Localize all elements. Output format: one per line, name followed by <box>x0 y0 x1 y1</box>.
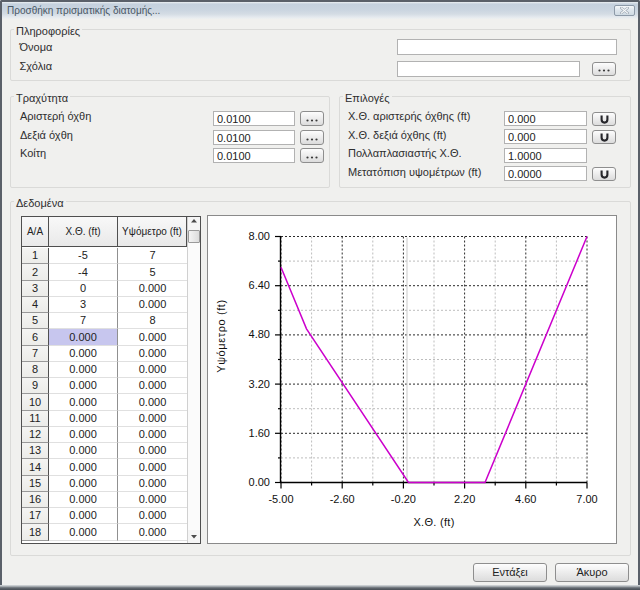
svg-text:3.20: 3.20 <box>249 378 270 390</box>
svg-text:7.00: 7.00 <box>576 493 597 505</box>
svg-text:-0.20: -0.20 <box>391 493 416 505</box>
svg-text:Υψόμετρο (ft): Υψόμετρο (ft) <box>215 299 227 373</box>
svg-text:-5.00: -5.00 <box>268 493 293 505</box>
svg-text:0.00: 0.00 <box>249 476 270 488</box>
svg-text:8.00: 8.00 <box>249 230 270 242</box>
svg-text:Χ.Θ. (ft): Χ.Θ. (ft) <box>413 516 454 528</box>
svg-text:2.20: 2.20 <box>454 493 475 505</box>
svg-text:-2.60: -2.60 <box>330 493 355 505</box>
svg-text:4.60: 4.60 <box>515 493 536 505</box>
svg-text:4.80: 4.80 <box>249 328 270 340</box>
svg-text:1.60: 1.60 <box>249 427 270 439</box>
svg-text:6.40: 6.40 <box>249 279 270 291</box>
